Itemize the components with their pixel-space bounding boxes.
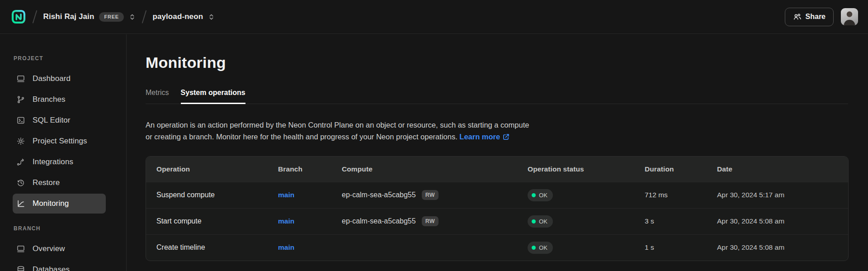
column-header-operation-status: Operation status [517, 165, 634, 173]
plan-badge: FREE [99, 12, 124, 22]
branches-icon [16, 95, 25, 104]
sidebar-item-overview[interactable]: Overview [13, 239, 106, 259]
column-header-branch: Branch [268, 165, 331, 173]
duration-cell: 712 ms [634, 191, 707, 199]
chevron-updown-icon [129, 14, 136, 20]
main-content: Monitoring MetricsSystem operations An o… [127, 34, 868, 261]
duration-cell: 1 s [634, 243, 707, 252]
status-cell: OK [517, 215, 634, 228]
sidebar-section-label: BRANCH [14, 225, 126, 233]
share-label: Share [806, 13, 826, 21]
dashboard-icon [16, 74, 25, 83]
column-header-duration: Duration [634, 165, 707, 173]
learn-more-link[interactable]: Learn more [459, 131, 509, 143]
branch-cell: main [268, 243, 331, 252]
header-actions: Share [785, 8, 858, 26]
share-button[interactable]: Share [785, 8, 834, 26]
operation-cell: Suspend compute [146, 191, 268, 199]
column-header-compute: Compute [331, 165, 517, 173]
sql-editor-icon [16, 116, 25, 125]
sidebar-item-label: SQL Editor [33, 116, 71, 125]
account-name: Rishi Raj Jain [43, 12, 94, 21]
status-cell: OK [517, 189, 634, 201]
settings-gear-icon [16, 137, 25, 146]
sidebar-item-sql-editor[interactable]: SQL Editor [13, 110, 106, 130]
date-cell: Apr 30, 2024 5:08 am [707, 217, 848, 225]
duration-cell: 3 s [634, 217, 707, 225]
tabs: MetricsSystem operations [146, 89, 848, 104]
status-ok-dot [532, 193, 536, 197]
breadcrumb-slash [142, 10, 146, 23]
table-row: Create timelinemainOK1 sApr 30, 2024 5:0… [146, 234, 848, 261]
sidebar-item-label: Branches [33, 95, 66, 104]
sidebar-section-label: PROJECT [14, 55, 126, 63]
status-badge: OK [528, 215, 553, 228]
operations-table: OperationBranchComputeOperation statusDu… [146, 156, 849, 261]
status-ok-dot [532, 246, 536, 250]
status-label: OK [539, 218, 547, 225]
sidebar-item-integrations[interactable]: Integrations [13, 152, 106, 172]
project-selector[interactable]: payload-neon [152, 12, 215, 21]
sidebar-item-dashboard[interactable]: Dashboard [13, 69, 106, 89]
sidebar-item-restore[interactable]: Restore [13, 173, 106, 193]
date-cell: Apr 30, 2024 5:17 am [707, 191, 848, 199]
branch-link[interactable]: main [278, 243, 294, 252]
table-header-row: OperationBranchComputeOperation statusDu… [146, 157, 848, 182]
user-avatar[interactable] [841, 8, 858, 25]
sidebar-item-label: Project Settings [33, 137, 87, 146]
compute-cell: ep-calm-sea-a5cabg55RW [331, 216, 517, 227]
integrations-icon [16, 157, 25, 166]
page-title: Monitoring [146, 53, 848, 71]
neon-logo[interactable] [11, 9, 26, 24]
status-cell: OK [517, 242, 634, 254]
status-label: OK [539, 244, 547, 251]
tab-system-operations[interactable]: System operations [181, 89, 245, 104]
sidebar-item-label: Restore [33, 178, 60, 187]
external-link-icon [503, 133, 509, 140]
status-badge: OK [528, 242, 553, 254]
monitoring-chart-icon [16, 199, 25, 208]
table-row: Start computemainep-calm-sea-a5cabg55RWO… [146, 208, 848, 234]
account-selector[interactable]: Rishi Raj Jain FREE [43, 12, 136, 22]
operation-cell: Create timeline [146, 243, 268, 252]
branch-link[interactable]: main [278, 217, 294, 225]
sidebar-item-branches[interactable]: Branches [13, 90, 106, 109]
sidebar-item-label: Integrations [33, 157, 73, 166]
share-people-icon [793, 13, 802, 21]
chevron-updown-icon [208, 14, 215, 20]
sidebar-item-label: Overview [33, 244, 65, 253]
compute-id: ep-calm-sea-a5cabg55 [342, 191, 416, 199]
overview-icon [16, 244, 25, 253]
branch-link[interactable]: main [278, 191, 294, 199]
sidebar-item-label: Databases [33, 265, 70, 271]
description: An operation is an action performed by t… [146, 119, 652, 143]
branch-cell: main [268, 191, 331, 199]
column-header-date: Date [707, 165, 848, 173]
branch-cell: main [268, 217, 331, 225]
sidebar-item-databases[interactable]: Databases [13, 260, 106, 271]
date-cell: Apr 30, 2024 5:08 am [707, 243, 848, 252]
compute-type-badge: RW [422, 216, 439, 227]
status-ok-dot [532, 219, 536, 223]
column-header-operation: Operation [146, 165, 268, 173]
sidebar: PROJECTDashboardBranchesSQL EditorProjec… [0, 34, 127, 271]
project-name: payload-neon [152, 12, 203, 21]
sidebar-item-monitoring[interactable]: Monitoring [13, 194, 106, 214]
sidebar-item-project-settings[interactable]: Project Settings [13, 131, 106, 151]
status-label: OK [539, 192, 547, 199]
breadcrumb-slash [33, 10, 37, 23]
table-body: Suspend computemainep-calm-sea-a5cabg55R… [146, 182, 848, 261]
sidebar-item-label: Dashboard [33, 74, 71, 83]
restore-history-icon [16, 178, 25, 187]
description-line2: or creating a branch. Monitor here for t… [146, 133, 458, 141]
table-row: Suspend computemainep-calm-sea-a5cabg55R… [146, 182, 848, 208]
compute-id: ep-calm-sea-a5cabg55 [342, 217, 416, 225]
description-line1: An operation is an action performed by t… [146, 121, 529, 129]
operation-cell: Start compute [146, 217, 268, 225]
sidebar-item-label: Monitoring [33, 199, 69, 208]
tab-metrics[interactable]: Metrics [146, 89, 169, 104]
databases-icon [16, 265, 25, 271]
status-badge: OK [528, 189, 553, 201]
breadcrumb: Rishi Raj Jain FREE payload-neon [11, 9, 215, 24]
compute-type-badge: RW [422, 190, 439, 200]
